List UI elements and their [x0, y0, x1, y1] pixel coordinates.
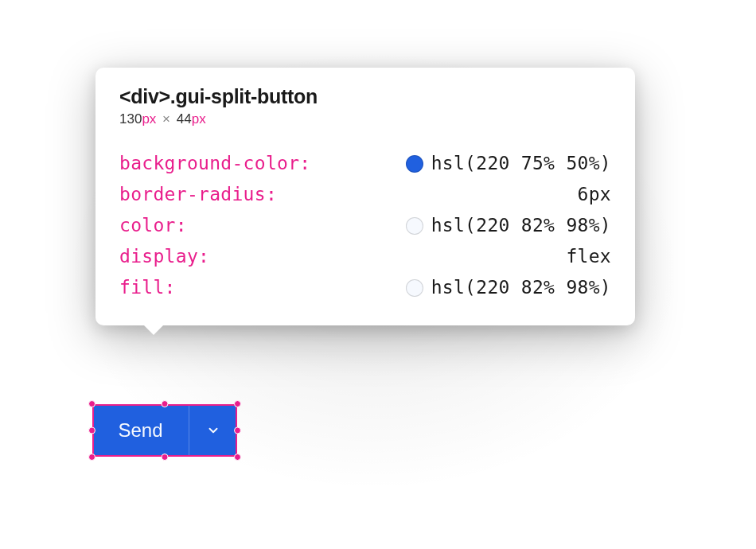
prop-value: hsl(220 82% 98%) [431, 272, 611, 303]
prop-name: border-radius [119, 184, 266, 204]
element-selector: <div>.gui-split-button [119, 85, 611, 108]
dim-height-num: 44 [177, 111, 192, 127]
prop-row-color: color: hsl(220 82% 98%) [119, 210, 611, 241]
prop-value: hsl(220 75% 50%) [431, 148, 611, 179]
color-swatch-icon [406, 279, 423, 297]
prop-name: display [119, 246, 198, 267]
dim-width-unit: px [142, 111, 156, 127]
devtools-element-tooltip: <div>.gui-split-button 130px × 44px back… [95, 68, 635, 325]
dim-separator: × [162, 111, 170, 127]
split-button-selection: Send [92, 404, 237, 457]
prop-name: background-color [119, 153, 299, 173]
chevron-down-icon [206, 423, 220, 438]
prop-name: color [119, 215, 176, 236]
color-swatch-icon [406, 217, 423, 235]
send-button[interactable]: Send [92, 404, 189, 457]
prop-row-border-radius: border-radius: 6px [119, 179, 611, 210]
prop-row-display: display: flex [119, 241, 611, 272]
prop-row-background-color: background-color: hsl(220 75% 50%) [119, 148, 611, 179]
prop-value: 6px [578, 179, 611, 210]
dim-width-num: 130 [119, 111, 142, 127]
dropdown-button[interactable] [189, 404, 237, 457]
dim-height-unit: px [192, 111, 206, 127]
send-button-label: Send [118, 419, 162, 442]
color-swatch-icon [406, 155, 423, 173]
selector-class: .gui-split-button [170, 85, 318, 107]
properties-list: background-color: hsl(220 75% 50%) borde… [119, 148, 611, 303]
prop-value: flex [566, 241, 611, 272]
gui-split-button[interactable]: Send [92, 404, 237, 457]
element-dimensions: 130px × 44px [119, 111, 611, 127]
tooltip-header: <div>.gui-split-button 130px × 44px [119, 85, 611, 127]
selector-tag: <div> [119, 85, 170, 107]
prop-name: fill [119, 277, 165, 298]
prop-value: hsl(220 82% 98%) [431, 210, 611, 241]
prop-row-fill: fill: hsl(220 82% 98%) [119, 272, 611, 303]
